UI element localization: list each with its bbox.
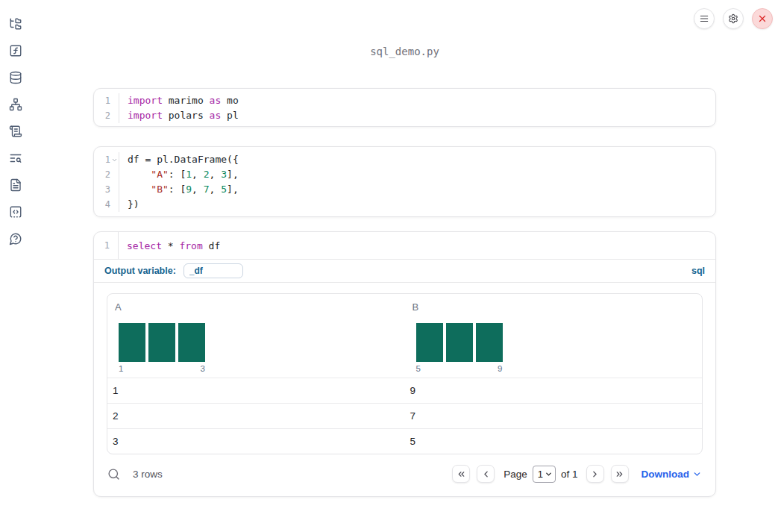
line-number-gutter: 2 [94,108,119,123]
next-page-button[interactable] [586,465,604,483]
notebook-filename: sql_demo.py [93,46,716,57]
output-variable-input[interactable] [183,263,243,278]
code-line: 1import marimo as mo [94,93,715,108]
histogram-bar [178,323,205,362]
first-page-button[interactable] [452,465,470,483]
line-number-gutter: 3 [94,182,119,197]
column-header-B: B59 [405,294,703,378]
table-row: 27 [107,403,702,428]
code-cell-imports[interactable]: 1import marimo as mo2import polars as pl [93,88,716,127]
code-text[interactable]: import marimo as mo [119,93,239,108]
text-search-icon [9,151,22,167]
code-square-icon [9,205,22,221]
line-number-gutter: 4 [94,197,119,212]
page-select[interactable]: 1 [533,466,556,483]
last-page-button[interactable] [611,465,629,483]
line-number: 1 [105,93,110,108]
histogram-bar [119,323,145,362]
output-variable-row: Output variable: sql [94,260,715,283]
sql-code-line[interactable]: select * from df [119,232,220,259]
help-circle-icon [9,232,22,248]
sidebar [9,18,22,246]
code-line: 1df = pl.DataFrame({ [94,152,715,167]
code-text[interactable]: "A": [1, 2, 3], [119,167,239,182]
table-cell: 1 [107,378,405,403]
histogram-bar [148,323,175,362]
sidebar-item-help[interactable] [9,233,22,246]
pagination: Page 1 of 1 Download [452,465,702,483]
fold-chevron-icon[interactable] [110,157,119,163]
line-number: 1 [105,152,110,167]
code-line: 4}) [94,197,715,212]
table-cell: 9 [405,378,703,403]
table-body: 192735 [107,378,702,454]
prev-page-button[interactable] [477,465,495,483]
code-line: 2 "A": [1, 2, 3], [94,167,715,182]
sql-editor[interactable]: 1 select * from df [94,232,715,260]
table-cell: 2 [107,404,405,428]
histogram-bar [416,323,443,362]
scroll-text-icon [9,125,22,140]
line-number: 1 [104,240,110,251]
sidebar-item-documentation[interactable] [9,179,22,193]
page-total-label: of 1 [561,469,578,480]
line-number: 3 [105,182,110,197]
histogram-bar [446,323,473,362]
file-text-icon [9,178,22,194]
sidebar-item-datasources[interactable] [9,72,22,85]
line-number-gutter: 2 [94,167,119,182]
sql-output-area: A13B59 192735 3 rows Page 1 of 1 [94,283,715,496]
sidebar-item-outline[interactable] [9,125,22,139]
settings-button[interactable] [723,8,744,29]
axis-max-label: 3 [201,364,205,373]
column-name: A [115,301,399,313]
close-icon [757,13,768,24]
menu-button[interactable] [694,8,715,29]
sql-cell: 1 select * from df Output variable: sql … [93,231,716,497]
code-line: 3 "B": [9, 7, 5], [94,182,715,197]
line-number-gutter: 1 [94,152,119,167]
network-icon [9,98,22,113]
search-icon[interactable] [107,468,120,481]
code-text[interactable]: import polars as pl [119,108,239,123]
gear-icon [728,13,738,24]
sidebar-item-logs[interactable] [9,152,22,166]
axis-min-label: 1 [119,364,123,373]
output-variable-label: Output variable: [104,266,176,276]
sidebar-item-snippets[interactable] [9,206,22,219]
page-select-value: 1 [538,469,543,480]
table-cell: 3 [107,429,405,454]
shutdown-button[interactable] [752,8,773,29]
dataframe-table: A13B59 192735 [107,293,703,454]
code-text[interactable]: "B": [9, 7, 5], [119,182,239,197]
footer-left: 3 rows [107,468,163,481]
sidebar-item-variables[interactable] [9,45,22,58]
sidebar-item-dependencies[interactable] [9,98,22,112]
language-badge: sql [691,266,705,276]
histogram-axis-labels: 59 [416,364,503,373]
table-cell: 7 [405,404,703,428]
histogram-axis-labels: 13 [119,364,205,373]
axis-max-label: 9 [498,364,502,373]
page-label: Page [503,469,527,480]
code-cell-dataframe[interactable]: 1df = pl.DataFrame({2 "A": [1, 2, 3],3 "… [93,146,716,217]
download-label: Download [641,469,690,480]
menu-icon [699,13,709,24]
histogram-bar [476,323,503,362]
topbar-actions [694,8,773,29]
histogram [416,323,503,362]
code-text[interactable]: }) [119,197,139,212]
table-row: 19 [107,378,702,403]
table-cell: 5 [405,429,703,454]
table-footer: 3 rows Page 1 of 1 Download [107,454,703,493]
line-number: 2 [105,108,110,123]
download-button[interactable]: Download [641,469,703,480]
column-name: B [412,301,697,313]
code-text[interactable]: df = pl.DataFrame({ [119,152,239,167]
chevron-down-icon [545,470,553,478]
database-icon [9,71,22,87]
histogram [119,323,205,362]
line-number-gutter: 1 [94,232,119,259]
row-count: 3 rows [133,469,163,480]
sidebar-item-files[interactable] [9,18,22,31]
